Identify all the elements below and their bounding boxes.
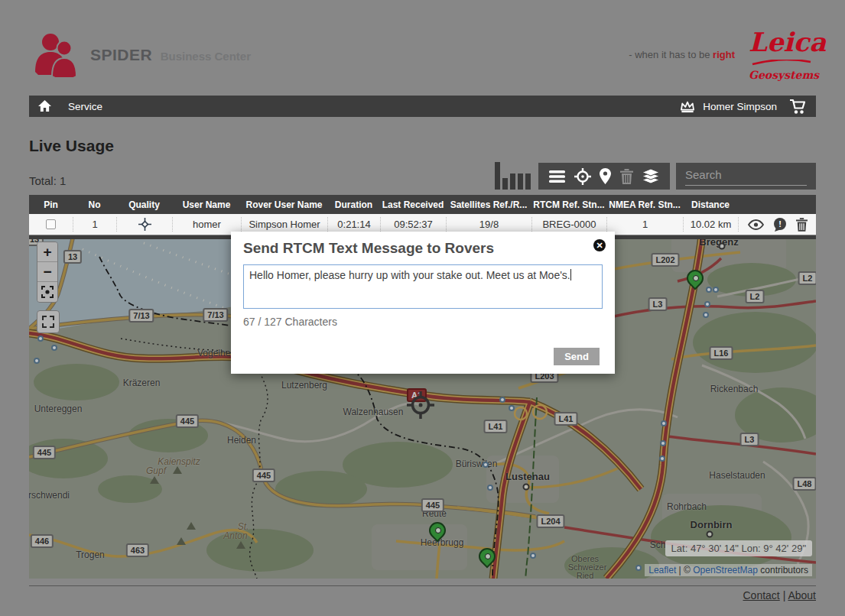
map-label: Dornbirn (691, 519, 733, 530)
map-zoom-controls: + − (37, 242, 58, 303)
pin-checkbox[interactable] (46, 219, 56, 229)
row-rtcm-ref: BREG-0000 (531, 217, 606, 232)
locate-target-icon[interactable] (574, 168, 591, 185)
menu-icon[interactable] (549, 170, 565, 183)
cart-icon[interactable] (789, 99, 808, 115)
delete-trash-icon[interactable] (620, 169, 633, 184)
column-header[interactable]: No (73, 199, 116, 210)
map-label: Gupf (146, 465, 166, 476)
leica-swoosh-icon (751, 60, 812, 66)
about-link[interactable]: About (788, 589, 816, 601)
crown-icon (679, 100, 696, 113)
page-footer: Contact | About (29, 585, 816, 601)
junction-dot (660, 440, 666, 446)
peak-icon (177, 537, 186, 545)
svg-text:!: ! (778, 219, 782, 228)
signal-bars-icon[interactable] (492, 160, 531, 190)
rover-marker-icon[interactable] (428, 521, 448, 549)
view-eye-icon[interactable] (748, 219, 764, 230)
column-header[interactable]: RTCM Ref. Stn... (531, 199, 606, 210)
road-shield: L3 (740, 433, 759, 446)
column-header[interactable]: Rover User Name (241, 199, 327, 210)
road-shield: 445 (421, 498, 444, 512)
junction-dot (51, 345, 57, 351)
row-satellites: 19/8 (446, 217, 531, 232)
box-select-button[interactable] (37, 310, 60, 333)
peak-icon (150, 476, 159, 484)
map-label: Rohrbach (667, 501, 707, 512)
nav-bar: Service Homer Simpson (29, 96, 816, 117)
leaflet-link[interactable]: Leaflet (648, 565, 676, 575)
row-last-received: 09:52:37 (380, 217, 446, 232)
total-count: Total: 1 (29, 174, 66, 187)
message-textarea[interactable]: Hello Homer, please hurry up with your s… (243, 264, 603, 309)
map-attribution: Leaflet | © OpenStreetMap contributors (645, 564, 812, 576)
junction-dot (499, 397, 505, 403)
search-input[interactable] (685, 167, 807, 186)
send-rtcm-modal: Send RTCM Text Message to Rovers ✕ Hello… (231, 232, 615, 374)
location-pin-icon[interactable] (600, 168, 611, 184)
map-label: rschwendi (29, 490, 70, 501)
junction-dot (659, 456, 665, 462)
quality-fix-icon (138, 218, 151, 231)
zoom-out-button[interactable]: − (37, 262, 57, 282)
road-shield: 445 (252, 468, 275, 482)
current-user[interactable]: Homer Simpson (703, 101, 777, 112)
modal-close-icon[interactable]: ✕ (593, 239, 606, 251)
tagline-accent: right (713, 49, 735, 60)
modal-title: Send RTCM Text Message to Rovers (243, 240, 603, 257)
junction-dot (635, 565, 642, 571)
map-label: Walzenhausen (343, 407, 404, 417)
town-dot (707, 531, 713, 538)
column-header[interactable]: Quality (116, 199, 172, 210)
home-icon[interactable] (38, 100, 51, 112)
road-shield: L41 (484, 420, 508, 433)
map-crosshair-icon (406, 391, 435, 420)
junction-dot (487, 485, 493, 491)
message-bubble-icon[interactable]: ! (773, 218, 787, 232)
row-trash-icon[interactable] (796, 218, 808, 232)
junction-dot (704, 301, 710, 307)
column-header[interactable]: User Name (172, 199, 241, 210)
column-header[interactable]: Pin (29, 199, 73, 210)
rover-marker-icon[interactable] (478, 547, 498, 575)
road-shield: 446 (31, 534, 54, 548)
junction-dot (661, 420, 667, 426)
spider-logo: SPIDER Business Center (32, 32, 251, 78)
column-header[interactable]: NMEA Ref. Stn... (606, 199, 683, 210)
road-shield: L16 (710, 346, 733, 360)
road-shield: 13 (63, 250, 82, 264)
fullscreen-button[interactable] (37, 282, 57, 302)
row-duration: 0:21:14 (327, 217, 380, 232)
tagline: - when it has to be right (629, 49, 735, 60)
table-header-row: PinNoQualityUser NameRover User NameDura… (29, 195, 816, 214)
peak-icon (236, 541, 245, 549)
page-title: Live Usage (29, 137, 816, 155)
town-dot (719, 243, 726, 250)
osm-link[interactable]: OpenStreetMap (693, 565, 758, 575)
road-shield: L2 (798, 271, 816, 285)
send-button[interactable]: Send (554, 348, 600, 365)
rover-marker-icon[interactable] (686, 269, 706, 297)
column-header[interactable]: Satellites Ref./R... (446, 199, 531, 210)
column-header[interactable]: Distance (683, 199, 738, 210)
layers-icon[interactable] (642, 169, 659, 184)
junction-dot (713, 287, 719, 293)
box-select-icon (42, 316, 54, 328)
junction-dot (37, 336, 44, 342)
junction-dot (509, 405, 515, 411)
map-label: Sch (650, 540, 666, 550)
map-label: Heiden (227, 435, 256, 446)
contact-link[interactable]: Contact (743, 589, 780, 601)
search-box (676, 163, 816, 190)
road-shield: L41 (554, 412, 578, 426)
zoom-in-button[interactable]: + (37, 242, 57, 262)
leica-sub: Geosystems (749, 69, 814, 81)
column-header[interactable]: Duration (327, 199, 380, 210)
junction-dot (483, 462, 489, 468)
nav-item-service[interactable]: Service (68, 101, 102, 112)
junction-dot (34, 358, 40, 364)
map-label: Lutzenberg (281, 380, 327, 391)
row-user-name: homer (172, 217, 241, 232)
column-header[interactable]: Last Received (380, 199, 446, 210)
